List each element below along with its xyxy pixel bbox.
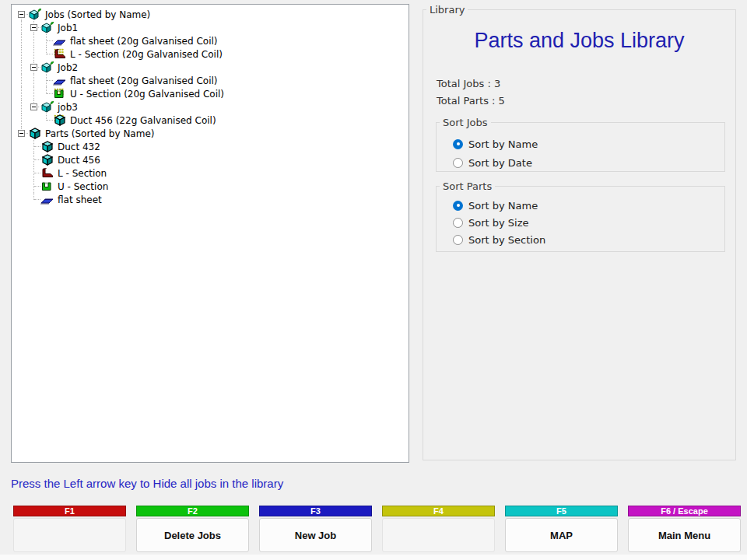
tree-connector xyxy=(40,34,53,47)
tree-indent-guide xyxy=(16,114,28,127)
tree-indent-guide xyxy=(16,74,28,87)
tree-indent-guide xyxy=(16,193,28,206)
l-section-icon xyxy=(40,167,55,179)
tree-item-label: L - Section (20g Galvanised Coil) xyxy=(70,49,223,60)
page-title: Parts and Jobs Library xyxy=(423,29,735,53)
tree-collapse-icon[interactable] xyxy=(18,11,25,18)
job-icon xyxy=(40,101,55,113)
tree-connector xyxy=(28,180,40,193)
tree-item-label: U - Section xyxy=(58,181,108,192)
tree-collapse-icon[interactable] xyxy=(30,64,37,71)
status-message: Press the Left arrow key to Hide all job… xyxy=(11,477,283,490)
tree-item-label: job3 xyxy=(58,102,78,113)
tree-indent-guide xyxy=(28,34,40,47)
tree-indent-guide xyxy=(16,166,28,180)
tree-item-label: flat sheet (20g Galvanised Coil) xyxy=(70,75,217,86)
tree-connector xyxy=(28,100,40,114)
tree-connector xyxy=(40,114,53,127)
radio-button-icon[interactable] xyxy=(453,201,463,211)
u-section-icon xyxy=(40,180,55,192)
fkey-group: F3New Job xyxy=(259,506,372,552)
fkey-header: F5 xyxy=(505,506,618,516)
library-group: Library Parts and Jobs Library Total Job… xyxy=(423,4,736,460)
fkey-group: F5MAP xyxy=(505,506,618,552)
fkey-group: F4 xyxy=(382,506,495,552)
sort-jobs-option[interactable]: Sort by Name xyxy=(453,135,724,153)
tree-indent-guide xyxy=(16,21,28,34)
tree-item[interactable]: Duct 456 (22g Galvanised Coil) xyxy=(16,114,409,127)
tree-indent-guide xyxy=(16,153,28,166)
tree-item[interactable]: flat sheet xyxy=(16,193,409,206)
part-icon xyxy=(40,154,55,166)
sort-jobs-option[interactable]: Sort by Date xyxy=(453,153,724,172)
tree-connector xyxy=(40,74,53,87)
flat-sheet-icon xyxy=(53,75,68,86)
tree-connector xyxy=(28,153,40,166)
fkey-header: F2 xyxy=(136,506,249,516)
sort-parts-group-label: Sort Parts xyxy=(440,180,495,192)
tree-item-label: Job1 xyxy=(58,23,78,33)
tree-connector xyxy=(16,8,28,21)
radio-button-icon[interactable] xyxy=(453,158,463,168)
main-menu-button[interactable]: Main Menu xyxy=(628,518,741,552)
fkey-header: F1 xyxy=(13,506,126,516)
tree-item[interactable]: Jobs (Sorted by Name) xyxy=(16,8,409,21)
bottom-strip xyxy=(0,555,747,560)
tree-item[interactable]: U - Section (20g Galvanised Coil) xyxy=(16,87,409,100)
radio-label: Sort by Date xyxy=(468,157,532,169)
tree-item[interactable]: flat sheet (20g Galvanised Coil) xyxy=(16,34,409,47)
tree-item-label: flat sheet (20g Galvanised Coil) xyxy=(70,36,217,47)
new-job-button[interactable]: New Job xyxy=(259,518,372,552)
empty-fkey-button xyxy=(13,518,126,552)
tree-item[interactable]: L - Section xyxy=(16,166,409,180)
map-button[interactable]: MAP xyxy=(505,518,618,552)
tree-item[interactable]: Job2 xyxy=(16,61,409,74)
sort-jobs-group-label: Sort Jobs xyxy=(440,117,491,128)
tree-item-label: U - Section (20g Galvanised Coil) xyxy=(70,89,224,100)
tree-item[interactable]: Job1 xyxy=(16,21,409,34)
tree-indent-guide xyxy=(16,61,28,74)
tree-item[interactable]: Duct 432 xyxy=(16,140,409,153)
tree-indent-guide xyxy=(16,47,28,61)
sort-parts-option[interactable]: Sort by Name xyxy=(453,197,724,214)
part-icon xyxy=(40,141,55,152)
radio-label: Sort by Name xyxy=(468,200,538,212)
sort-parts-option[interactable]: Sort by Size xyxy=(453,214,724,231)
tree-collapse-icon[interactable] xyxy=(18,130,25,137)
radio-label: Sort by Name xyxy=(468,138,538,150)
tree-indent-guide xyxy=(16,100,28,114)
job-icon xyxy=(40,22,55,33)
tree-item[interactable]: U - Section xyxy=(16,180,409,193)
radio-button-icon[interactable] xyxy=(453,235,463,245)
tree-item-label: Duct 432 xyxy=(58,142,100,152)
delete-jobs-button[interactable]: Delete Jobs xyxy=(136,518,249,552)
tree-connector xyxy=(40,47,53,61)
sort-parts-group: Sort Parts Sort by NameSort by SizeSort … xyxy=(436,180,725,252)
sort-parts-option[interactable]: Sort by Section xyxy=(453,231,724,248)
tree-item[interactable]: job3 xyxy=(16,100,409,114)
radio-label: Sort by Size xyxy=(468,217,529,229)
sort-parts-options: Sort by NameSort by SizeSort by Section xyxy=(437,197,724,248)
tree-indent-guide xyxy=(28,114,40,127)
tree-item[interactable]: Parts (Sorted by Name) xyxy=(16,127,409,140)
tree-indent-guide xyxy=(28,74,40,87)
tree-connector xyxy=(28,61,40,74)
tree-item-label: L - Section xyxy=(58,168,107,179)
tree-connector xyxy=(28,140,40,153)
part-icon xyxy=(28,128,43,139)
radio-label: Sort by Section xyxy=(468,234,545,246)
tree-collapse-icon[interactable] xyxy=(30,24,37,31)
tree-indent-guide xyxy=(16,140,28,153)
tree-item[interactable]: flat sheet (20g Galvanised Coil) xyxy=(16,74,409,87)
total-jobs-label: Total Jobs : 3 xyxy=(437,78,500,89)
tree-collapse-icon[interactable] xyxy=(30,103,37,110)
fkey-group: F2Delete Jobs xyxy=(136,506,249,552)
flat-sheet-icon xyxy=(40,194,55,205)
fkey-header: F3 xyxy=(259,506,372,516)
fkey-group: F6 / EscapeMain Menu xyxy=(628,506,741,552)
tree-item[interactable]: L - Section (20g Galvanised Coil) xyxy=(16,47,409,61)
radio-button-icon[interactable] xyxy=(453,139,463,149)
tree-item[interactable]: Duct 456 xyxy=(16,153,409,166)
job-icon xyxy=(28,9,43,20)
radio-button-icon[interactable] xyxy=(453,218,463,228)
